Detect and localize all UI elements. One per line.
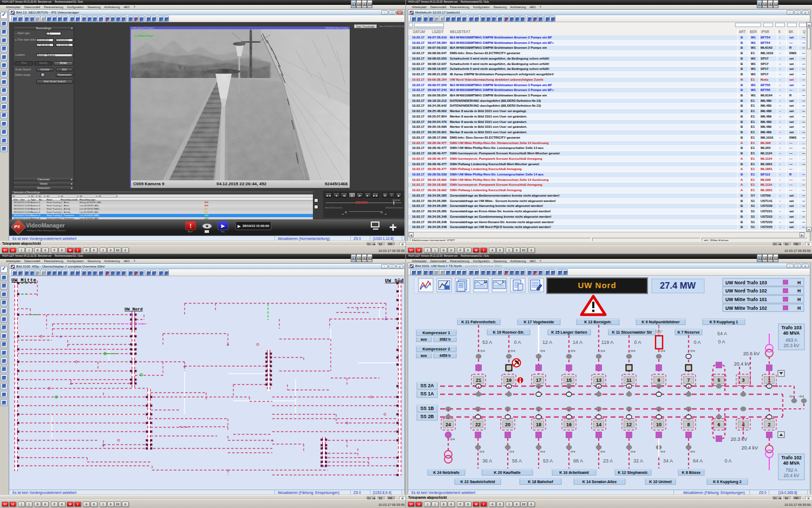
svg-text:SS 1B: SS 1B [421,406,434,411]
svg-text:7: 7 [687,377,690,383]
svg-text:SS 1A: SS 1A [421,391,434,396]
svg-text:20.6 kV: 20.6 kV [743,351,760,356]
svg-text:493 A: 493 A [785,337,797,343]
svg-text:aus: aus [421,354,427,357]
svg-text:98 A: 98 A [573,458,583,464]
svg-text:K 22 Sauteichsfeld: K 22 Sauteichsfeld [461,479,495,484]
svg-text:16: 16 [566,422,572,427]
svg-text:24: 24 [446,422,451,427]
svg-text:K 24 Netztrafo: K 24 Netztrafo [433,470,460,475]
svg-text:6: 6 [717,422,720,427]
svg-text:SS 2B: SS 2B [421,414,434,419]
svg-text:UW Süd: UW Süd [385,278,404,284]
svg-text:53 A: 53 A [543,458,553,464]
svg-text:aus: aus [421,337,427,341]
svg-text:K 7 Reserve: K 7 Reserve [677,330,699,335]
svg-text:8: 8 [687,422,690,427]
svg-text:Trafo 103: Trafo 103 [781,325,802,330]
svg-text:13: 13 [596,377,601,383]
svg-text:21: 21 [476,377,481,383]
svg-text:3: 3 [742,377,744,383]
svg-text:H: H [797,297,801,302]
svg-text:0 A: 0 A [724,458,731,464]
svg-text:56 A: 56 A [512,458,522,464]
svg-text:K 12 Stephanstr.: K 12 Stephanstr. [618,470,648,475]
svg-text:22: 22 [475,422,481,427]
svg-text:UW Nord: UW Nord [578,281,616,290]
svg-text:12: 12 [626,422,632,427]
svg-text:K 21 Fahrenheitstr.: K 21 Fahrenheitstr. [461,320,496,324]
svg-text:UW Mitte Trafo 102: UW Mitte Trafo 102 [725,305,767,311]
svg-text:0 A: 0 A [634,340,641,345]
svg-text:K 9 Nullpunktbildner: K 9 Nullpunktbildner [641,320,679,324]
svg-text:K 18 Bahnhof: K 18 Bahnhof [528,479,553,484]
svg-text:UW Nord Trafo 103: UW Nord Trafo 103 [725,280,767,285]
svg-text:4459 h: 4459 h [440,354,451,357]
svg-text:Kompressor 1: Kompressor 1 [422,330,450,335]
svg-text:119 A: 119 A [601,340,613,345]
svg-text:Kompressor 2: Kompressor 2 [422,347,450,351]
svg-text:K 11 Steuerwalder Str: K 11 Steuerwalder Str [612,330,652,335]
svg-text:53 A: 53 A [482,340,492,345]
svg-text:H: H [797,305,801,311]
svg-text:3082 h: 3082 h [440,337,451,341]
svg-text:0 A: 0 A [514,340,521,345]
svg-text:5: 5 [717,377,720,383]
svg-text:27.4 MW: 27.4 MW [660,281,696,290]
svg-text:18: 18 [536,422,541,427]
svg-text:40 MVA: 40 MVA [783,330,800,336]
svg-text:32 A: 32 A [633,458,643,464]
svg-text:84 A: 84 A [693,458,703,464]
svg-text:36 A: 36 A [482,458,492,464]
svg-text:K 8 Büsse: K 8 Büsse [682,470,701,475]
svg-text:10: 10 [656,422,662,427]
svg-text:34 A: 34 A [663,458,673,464]
svg-text:40 MVA: 40 MVA [783,460,800,466]
svg-text:K 5 Kupplung 1: K 5 Kupplung 1 [710,320,738,324]
svg-text:UW Mitte: UW Mitte [11,278,36,283]
svg-text:I: I [502,280,503,284]
svg-text:12 A: 12 A [542,340,552,345]
svg-text:0 A: 0 A [718,339,725,344]
svg-text:0 A: 0 A [693,340,700,345]
svg-text:K 19 Roemer-Str.: K 19 Roemer-Str. [493,330,525,335]
svg-text:20.3 kV: 20.3 kV [783,343,799,348]
svg-text:Trafo 102: Trafo 102 [781,455,802,460]
svg-text:K 10 Unimet: K 10 Unimet [649,479,672,484]
svg-text:20.4 kV: 20.4 kV [742,445,758,451]
svg-text:U: U [484,280,487,284]
svg-text:20: 20 [505,422,510,427]
svg-text:K 20 Kaufhalle: K 20 Kaufhalle [494,470,521,475]
svg-text:K 13 Borsigstr.: K 13 Borsigstr. [584,320,612,324]
svg-text:14: 14 [596,422,601,427]
svg-text:14 A: 14 A [573,340,582,345]
svg-text:K 16 Arbeitsamt: K 16 Arbeitsamt [559,470,589,475]
svg-text:K 15 Langer Garten: K 15 Langer Garten [551,330,587,335]
svg-text:SS 2A: SS 2A [421,383,434,388]
svg-text:20.4 kV: 20.4 kV [734,361,751,367]
svg-text:K 17 Vogelweide: K 17 Vogelweide [523,320,554,324]
svg-text:20.3 kV: 20.3 kV [731,437,748,442]
svg-text:792 A: 792 A [785,467,797,473]
svg-text:K 6 Kupplung 2: K 6 Kupplung 2 [713,479,742,484]
svg-text:11: 11 [626,377,632,383]
svg-text:9: 9 [657,377,660,383]
svg-text:2: 2 [768,422,770,427]
svg-text:54 A: 54 A [717,331,727,336]
svg-text:17: 17 [536,377,541,383]
svg-text:UW Nord: UW Nord [125,307,143,311]
svg-text:H: H [797,280,801,285]
svg-text:K 14 Senator-Allee: K 14 Senator-Allee [582,479,617,484]
svg-text:20.4 kV: 20.4 kV [783,473,799,478]
svg-text:H: H [797,288,801,294]
svg-text:15: 15 [566,377,572,383]
svg-text:UW Nord Trafo 102: UW Nord Trafo 102 [725,288,767,294]
svg-text:UW Mitte Trafo 101: UW Mitte Trafo 101 [725,297,767,302]
svg-text:19: 19 [506,377,512,383]
svg-text:23 A: 23 A [603,458,613,464]
